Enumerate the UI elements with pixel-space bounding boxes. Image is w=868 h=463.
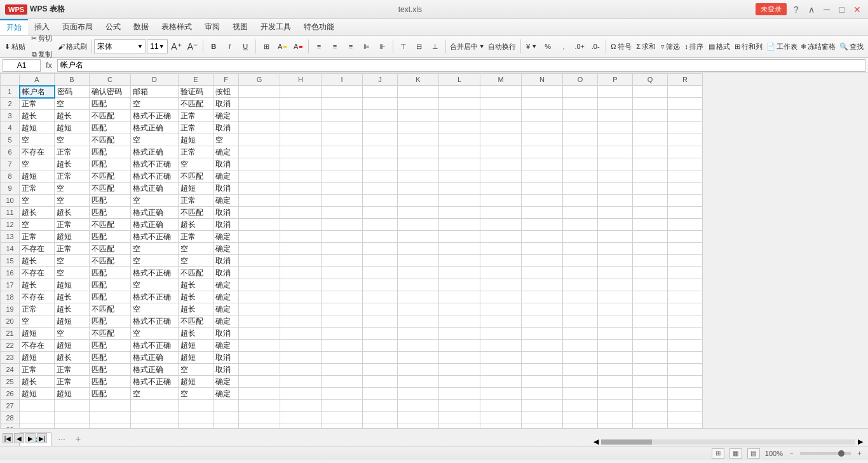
cell-15-10[interactable] bbox=[398, 255, 439, 267]
cell-4-6[interactable] bbox=[239, 122, 280, 134]
cell-11-13[interactable] bbox=[522, 207, 563, 219]
cell-24-10[interactable] bbox=[398, 364, 439, 376]
cell-27-0[interactable] bbox=[20, 400, 55, 412]
worksheet-button[interactable]: 📄 工作表 bbox=[764, 39, 799, 54]
grid-wrapper[interactable]: A B C D E F G H I J K L M N O bbox=[0, 73, 868, 428]
font-decrease-button[interactable]: A⁻ bbox=[185, 39, 201, 54]
cell-26-12[interactable] bbox=[480, 388, 522, 400]
cell-1-1[interactable]: 密码 bbox=[55, 86, 90, 98]
cell-17-5[interactable]: 确定 bbox=[214, 279, 239, 291]
row-header-20[interactable]: 20 bbox=[1, 315, 20, 328]
cell-20-15[interactable] bbox=[598, 315, 633, 328]
cell-23-3[interactable]: 格式正确 bbox=[131, 352, 179, 364]
cell-7-8[interactable] bbox=[322, 158, 363, 170]
col-header-C[interactable]: C bbox=[90, 74, 131, 86]
cell-24-7[interactable] bbox=[280, 364, 322, 376]
cell-25-2[interactable]: 匹配 bbox=[90, 376, 131, 388]
cell-10-1[interactable]: 空 bbox=[55, 195, 90, 207]
cell-20-9[interactable] bbox=[363, 315, 398, 328]
cell-12-0[interactable]: 空 bbox=[20, 219, 55, 231]
cell-20-7[interactable] bbox=[280, 315, 322, 328]
cell-21-10[interactable] bbox=[398, 328, 439, 340]
cell-21-6[interactable] bbox=[239, 328, 280, 340]
cell-17-15[interactable] bbox=[598, 279, 633, 291]
cell-6-3[interactable]: 格式正确 bbox=[131, 146, 179, 158]
cell-11-17[interactable] bbox=[668, 207, 703, 219]
cell-19-15[interactable] bbox=[598, 303, 633, 315]
cell-11-1[interactable]: 超长 bbox=[55, 207, 90, 219]
cell-14-0[interactable]: 不存在 bbox=[20, 243, 55, 255]
cell-10-8[interactable] bbox=[322, 195, 363, 207]
cell-2-4[interactable]: 不匹配 bbox=[179, 98, 214, 110]
cell-22-16[interactable] bbox=[633, 340, 668, 352]
cell-18-12[interactable] bbox=[480, 291, 522, 303]
cell-28-11[interactable] bbox=[439, 412, 480, 424]
cell-18-16[interactable] bbox=[633, 291, 668, 303]
cell-21-1[interactable]: 空 bbox=[55, 328, 90, 340]
cell-15-15[interactable] bbox=[598, 255, 633, 267]
align-left-button[interactable]: ≡ bbox=[311, 39, 327, 54]
cell-14-4[interactable]: 空 bbox=[179, 243, 214, 255]
cell-10-6[interactable] bbox=[239, 195, 280, 207]
cell-22-15[interactable] bbox=[598, 340, 633, 352]
row-header-16[interactable]: 16 bbox=[1, 267, 20, 279]
cell-24-11[interactable] bbox=[439, 364, 480, 376]
cell-16-6[interactable] bbox=[239, 267, 280, 279]
col-header-Q[interactable]: Q bbox=[633, 74, 668, 86]
cell-25-0[interactable]: 超长 bbox=[20, 376, 55, 388]
cell-28-17[interactable] bbox=[668, 412, 703, 424]
cell-5-14[interactable] bbox=[563, 134, 598, 146]
cell-24-9[interactable] bbox=[363, 364, 398, 376]
align-middle-button[interactable]: ⊟ bbox=[412, 39, 427, 54]
cell-15-16[interactable] bbox=[633, 255, 668, 267]
cell-16-14[interactable] bbox=[563, 267, 598, 279]
cell-16-11[interactable] bbox=[439, 267, 480, 279]
cell-1-11[interactable] bbox=[439, 86, 480, 98]
cell-9-13[interactable] bbox=[522, 183, 563, 195]
cell-7-7[interactable] bbox=[280, 158, 322, 170]
row-header-23[interactable]: 23 bbox=[1, 352, 20, 364]
cell-10-11[interactable] bbox=[439, 195, 480, 207]
cell-13-12[interactable] bbox=[480, 231, 522, 243]
cell-22-5[interactable]: 确定 bbox=[214, 340, 239, 352]
cell-20-8[interactable] bbox=[322, 315, 363, 328]
cell-16-16[interactable] bbox=[633, 267, 668, 279]
row-header-6[interactable]: 6 bbox=[1, 146, 20, 158]
currency-button[interactable]: ¥▼ bbox=[524, 39, 539, 54]
cell-9-17[interactable] bbox=[668, 183, 703, 195]
cell-13-1[interactable]: 超短 bbox=[55, 231, 90, 243]
cell-22-0[interactable]: 不存在 bbox=[20, 340, 55, 352]
cell-12-11[interactable] bbox=[439, 219, 480, 231]
close-icon[interactable]: ✕ bbox=[851, 4, 863, 15]
cell-5-15[interactable] bbox=[598, 134, 633, 146]
cell-3-17[interactable] bbox=[668, 110, 703, 122]
row-header-5[interactable]: 5 bbox=[1, 134, 20, 146]
cell-4-8[interactable] bbox=[322, 122, 363, 134]
cell-2-1[interactable]: 空 bbox=[55, 98, 90, 110]
font-size-selector[interactable]: 11 ▼ bbox=[147, 39, 168, 53]
cell-24-16[interactable] bbox=[633, 364, 668, 376]
cell-11-12[interactable] bbox=[480, 207, 522, 219]
cell-23-15[interactable] bbox=[598, 352, 633, 364]
cell-16-15[interactable] bbox=[598, 267, 633, 279]
cell-15-4[interactable]: 空 bbox=[179, 255, 214, 267]
cell-12-7[interactable] bbox=[280, 219, 322, 231]
cell-15-8[interactable] bbox=[322, 255, 363, 267]
paste-button[interactable]: ⬇ 粘贴 bbox=[3, 39, 27, 54]
cell-17-7[interactable] bbox=[280, 279, 322, 291]
cell-1-16[interactable] bbox=[633, 86, 668, 98]
cell-24-2[interactable]: 匹配 bbox=[90, 364, 131, 376]
indent-decrease-button[interactable]: ⊪ bbox=[375, 39, 390, 54]
cell-16-2[interactable]: 匹配 bbox=[90, 267, 131, 279]
cell-4-14[interactable] bbox=[563, 122, 598, 134]
login-button[interactable]: 未登录 bbox=[756, 3, 787, 15]
tab-nav-next[interactable]: ▶ bbox=[25, 433, 36, 443]
cell-7-17[interactable] bbox=[668, 158, 703, 170]
menu-special[interactable]: 特色功能 bbox=[297, 19, 341, 35]
col-header-G[interactable]: G bbox=[239, 74, 280, 86]
cell-7-2[interactable]: 匹配 bbox=[90, 158, 131, 170]
row-header-1[interactable]: 1 bbox=[1, 86, 20, 98]
cell-16-12[interactable] bbox=[480, 267, 522, 279]
cell-19-4[interactable]: 超长 bbox=[179, 303, 214, 315]
cell-4-4[interactable]: 正常 bbox=[179, 122, 214, 134]
